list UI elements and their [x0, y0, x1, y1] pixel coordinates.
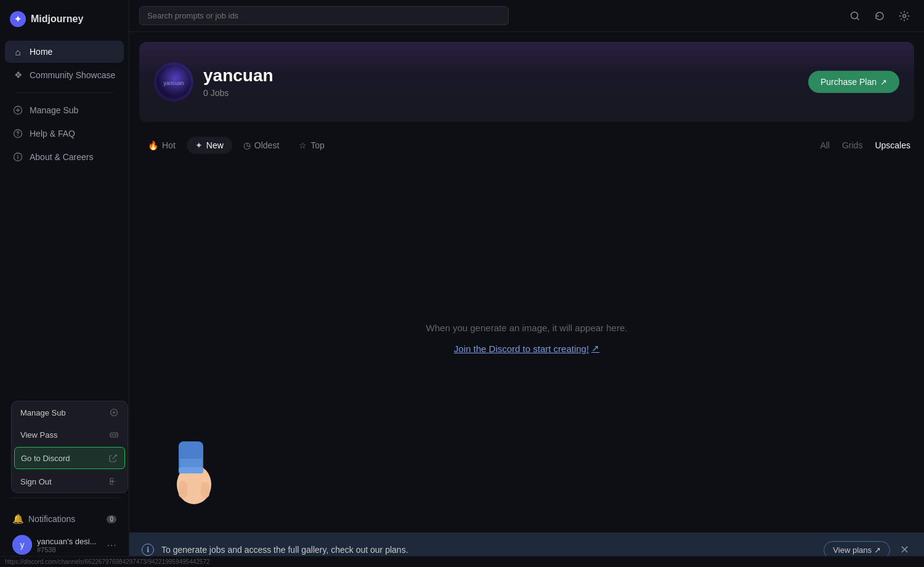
- logo-icon: ✦: [10, 11, 26, 27]
- context-menu-view-pass[interactable]: View Pass: [12, 424, 128, 446]
- search-wrap: [139, 6, 509, 25]
- context-sign-out-label: Sign Out: [20, 477, 52, 486]
- user-tag: #7538: [37, 546, 102, 553]
- close-notification-button[interactable]: ✕: [898, 543, 912, 557]
- user-avatar: y: [12, 535, 32, 555]
- view-plans-label: View plans: [833, 545, 872, 555]
- purchase-plan-button[interactable]: Purchase Plan ↗: [808, 71, 899, 93]
- bottom-bar-message: To generate jobs and access the full gal…: [161, 545, 816, 555]
- manage-sub-icon: [12, 105, 23, 116]
- context-view-pass-label: View Pass: [20, 430, 57, 440]
- empty-state-message: When you generate an image, it will appe…: [426, 323, 628, 333]
- sidebar-item-label: Help & FAQ: [30, 129, 75, 139]
- sidebar-item-community[interactable]: ❖ Community Showcase: [5, 64, 124, 86]
- refresh-button[interactable]: [870, 6, 890, 26]
- app-title: Midjourney: [31, 14, 83, 25]
- notifications-label: Notifications: [28, 514, 75, 524]
- user-profile-section[interactable]: y yancuan's desi... #7538 ⋯: [5, 530, 124, 560]
- context-menu-manage-sub[interactable]: Manage Sub: [12, 401, 128, 424]
- profile-header: yancuan yancuan 0 Jobs Purchase Plan ↗: [139, 42, 914, 122]
- view-upscales[interactable]: Upscales: [871, 138, 914, 153]
- svg-point-12: [111, 434, 113, 436]
- sidebar-item-label: Community Showcase: [30, 70, 115, 80]
- topbar-icons: [845, 6, 914, 26]
- profile-info: yancuan 0 Jobs: [203, 66, 798, 98]
- info-icon: [12, 151, 23, 163]
- view-plans-icon: ↗: [874, 545, 881, 555]
- sidebar-divider: [15, 92, 114, 93]
- filter-tab-label: Top: [310, 140, 325, 150]
- info-circle-icon: ℹ: [142, 544, 154, 556]
- home-icon: ⌂: [12, 46, 23, 57]
- filter-top[interactable]: ☆ Top: [290, 137, 333, 154]
- help-icon: [12, 128, 23, 139]
- filter-new[interactable]: ✦ New: [187, 137, 232, 154]
- sidebar-item-manage-sub[interactable]: Manage Sub: [5, 99, 124, 121]
- svg-point-2: [17, 135, 18, 135]
- sidebar-item-label: Home: [30, 47, 52, 57]
- discord-link-text: Join the Discord to start creating!: [454, 344, 589, 354]
- context-view-pass-icon: [109, 430, 119, 440]
- url-text: https://discord.com/channels/66226797698…: [5, 558, 210, 565]
- topbar: [129, 0, 924, 32]
- notifications-badge: 0: [107, 515, 116, 523]
- context-manage-sub-icon: [109, 408, 119, 417]
- context-sign-out-icon: [109, 477, 119, 486]
- filter-tab-label: New: [206, 140, 224, 150]
- svg-text:y: y: [20, 540, 25, 550]
- context-menu: Manage Sub View Pass Go to Discord Sign …: [11, 401, 128, 493]
- filter-bar: 🔥 Hot ✦ New ◷ Oldest ☆ Top All Grids Ups…: [129, 132, 924, 159]
- sidebar-item-about[interactable]: About & Careers: [5, 146, 124, 168]
- top-icon: ☆: [299, 140, 307, 150]
- context-manage-sub-label: Manage Sub: [20, 408, 66, 417]
- svg-point-7: [903, 14, 906, 17]
- hot-icon: 🔥: [148, 140, 158, 150]
- profile-avatar: yancuan: [154, 62, 193, 102]
- app-logo[interactable]: ✦ Midjourney: [0, 0, 129, 38]
- sidebar-item-label: Manage Sub: [30, 105, 78, 115]
- context-menu-go-to-discord[interactable]: Go to Discord: [14, 447, 125, 469]
- purchase-plan-label: Purchase Plan: [821, 77, 877, 87]
- user-menu-icon: ⋯: [107, 539, 116, 551]
- content-area: When you generate an image, it will appe…: [129, 159, 924, 567]
- notifications-button[interactable]: 🔔 Notifications 0: [5, 508, 124, 530]
- filter-hot[interactable]: 🔥 Hot: [139, 137, 184, 154]
- filter-tab-label: Oldest: [254, 140, 279, 150]
- search-input[interactable]: [139, 6, 509, 25]
- settings-button[interactable]: [894, 6, 914, 26]
- community-icon: ❖: [12, 70, 23, 81]
- user-info: yancuan's desi... #7538: [37, 537, 102, 553]
- view-all[interactable]: All: [816, 138, 833, 153]
- discord-link[interactable]: Join the Discord to start creating! ↗: [454, 343, 599, 354]
- main-content: yancuan yancuan 0 Jobs Purchase Plan ↗ 🔥…: [129, 0, 924, 567]
- view-options: All Grids Upscales: [816, 138, 914, 153]
- search-button[interactable]: [845, 6, 865, 26]
- bell-icon: 🔔: [12, 513, 23, 525]
- sidebar-item-help[interactable]: Help & FAQ: [5, 123, 124, 145]
- filter-tab-label: Hot: [162, 140, 176, 150]
- profile-username: yancuan: [203, 66, 798, 86]
- filter-oldest[interactable]: ◷ Oldest: [235, 137, 288, 154]
- avatar-inner: yancuan: [154, 62, 193, 102]
- user-display-name: yancuan's desi...: [37, 537, 102, 546]
- profile-jobs: 0 Jobs: [203, 88, 798, 98]
- external-link-icon: ↗: [880, 78, 887, 87]
- svg-text:yancuan: yancuan: [163, 80, 184, 86]
- view-grids[interactable]: Grids: [838, 138, 866, 153]
- discord-link-icon: ↗: [591, 343, 599, 354]
- new-icon: ✦: [195, 140, 203, 150]
- url-bar: https://discord.com/channels/66226797698…: [0, 556, 924, 567]
- oldest-icon: ◷: [243, 140, 251, 150]
- sidebar-divider-bottom: [10, 497, 119, 498]
- sidebar-item-label: About & Careers: [30, 152, 94, 162]
- sidebar-item-home[interactable]: ⌂ Home: [5, 41, 124, 63]
- context-menu-sign-out[interactable]: Sign Out: [12, 470, 128, 493]
- context-go-to-discord-label: Go to Discord: [21, 454, 70, 463]
- context-go-discord-icon: [108, 453, 118, 463]
